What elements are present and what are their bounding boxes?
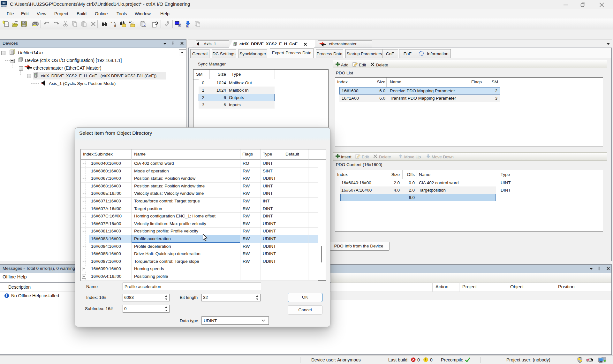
- svg-text:A: A: [110, 21, 112, 24]
- svg-text:B: B: [114, 25, 116, 27]
- svg-text:A: A: [129, 21, 131, 24]
